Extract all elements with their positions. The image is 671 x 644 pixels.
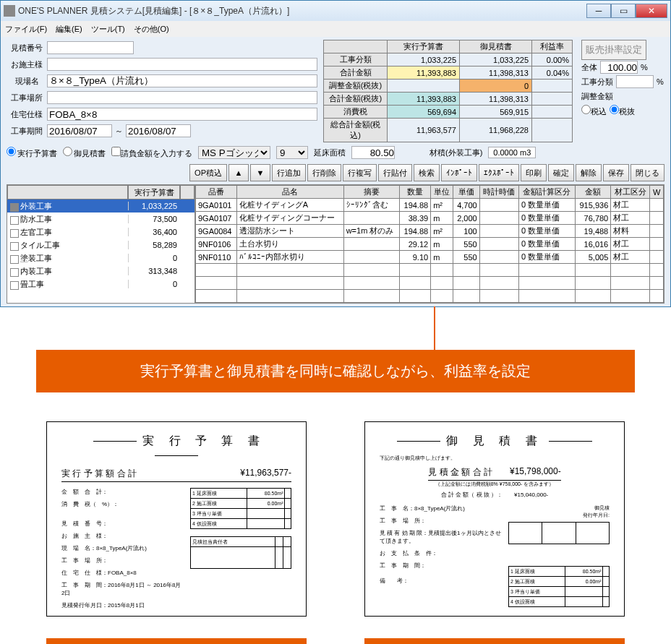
grid-cell[interactable]: 化粧サイディングコーナー xyxy=(236,212,343,225)
grid-cell[interactable]: 38.39 xyxy=(399,212,430,225)
grid-cell-empty[interactable] xyxy=(236,264,343,277)
grid-row[interactable]: 9GA0101化粧サイディングAｼｰﾘﾝｸﾞ含む194.88m²4,7000 数… xyxy=(196,199,664,212)
grid-cell[interactable] xyxy=(650,238,664,251)
grid-cell[interactable]: 0 数量単価 xyxy=(518,225,575,238)
input-period-to[interactable] xyxy=(126,124,191,137)
menu-file[interactable]: ファイル(F) xyxy=(5,24,47,35)
radio-exec-label[interactable]: 実行予算書 xyxy=(7,147,57,159)
grid-cell-empty[interactable] xyxy=(479,264,518,277)
grid-cell-empty[interactable] xyxy=(611,277,650,290)
grid-cell-empty[interactable] xyxy=(236,277,343,290)
grid-cell[interactable]: 550 xyxy=(453,251,480,264)
grid-cell[interactable]: 0 数量単価 xyxy=(518,199,575,212)
grid-row[interactable]: 9NF0110ﾊﾞﾙｺﾆｰ内部水切り9.10m5500 数量単価5,005材工 xyxy=(196,251,664,264)
grid-cell[interactable]: 材工 xyxy=(611,199,650,212)
grid-cell-empty[interactable] xyxy=(575,277,611,290)
grid-cell[interactable] xyxy=(479,238,518,251)
grid-cell[interactable]: m xyxy=(431,238,453,251)
grid-cell[interactable]: 76,780 xyxy=(575,212,611,225)
grid-cell[interactable]: ﾊﾞﾙｺﾆｰ内部水切り xyxy=(236,251,343,264)
grid-cell[interactable]: 100 xyxy=(453,225,480,238)
toolbar-btn-14[interactable]: 閉じる xyxy=(631,164,664,181)
radio-taxout-label[interactable]: 税抜 xyxy=(610,105,635,117)
grid-row[interactable]: 9GA0107化粧サイディングコーナー38.39m2,0000 数量単価76,7… xyxy=(196,212,664,225)
grid-cell[interactable] xyxy=(650,251,664,264)
toolbar-btn-9[interactable]: ｴｸｽﾎﾟｰﾄ xyxy=(479,164,519,181)
grid-cell[interactable] xyxy=(343,238,399,251)
grid-cell[interactable]: 0 数量単価 xyxy=(518,212,575,225)
minimize-button[interactable]: ─ xyxy=(586,4,611,18)
grid-cell[interactable]: 9NF0106 xyxy=(196,238,237,251)
radio-quote[interactable] xyxy=(63,147,72,156)
select-font[interactable]: MS Pゴシック xyxy=(198,146,270,159)
grid-cell[interactable]: 194.88 xyxy=(399,225,430,238)
chk-contract-label[interactable]: 請負金額を入力する xyxy=(111,147,192,159)
grid-cell[interactable] xyxy=(650,212,664,225)
grid-cell[interactable] xyxy=(479,225,518,238)
grid-cell[interactable]: 2,000 xyxy=(453,212,480,225)
grid-cell-empty[interactable] xyxy=(453,264,480,277)
grid-cell-empty[interactable] xyxy=(453,277,480,290)
input-period-from[interactable] xyxy=(47,124,112,137)
input-all-pct[interactable] xyxy=(600,61,638,74)
grid-cell[interactable]: 化粧サイディングA xyxy=(236,199,343,212)
grid-cell[interactable]: 材工 xyxy=(611,212,650,225)
grid-cell[interactable] xyxy=(479,212,518,225)
toolbar-btn-4[interactable]: 行削除 xyxy=(307,164,341,181)
grid-cell-empty[interactable] xyxy=(196,264,237,277)
grid-cell-empty[interactable] xyxy=(399,277,430,290)
grid-cell[interactable]: m xyxy=(431,251,453,264)
radio-quote-label[interactable]: 御見積書 xyxy=(63,147,106,159)
toolbar-btn-12[interactable]: 解除 xyxy=(576,164,602,181)
grid-cell-empty[interactable] xyxy=(650,264,664,277)
grid-cell[interactable]: 4,700 xyxy=(453,199,480,212)
toolbar-btn-0[interactable]: OP積込 xyxy=(189,164,227,181)
grid-cell-empty[interactable] xyxy=(196,277,237,290)
input-cat-pct[interactable] xyxy=(616,75,654,88)
grid-cell-empty[interactable] xyxy=(479,290,518,303)
menu-edit[interactable]: 編集(E) xyxy=(56,24,82,35)
grid-cell-empty[interactable] xyxy=(236,290,343,303)
menu-other[interactable]: その他(O) xyxy=(134,24,169,35)
toolbar-btn-5[interactable]: 行複写 xyxy=(343,164,377,181)
grid-cell-empty[interactable] xyxy=(343,277,399,290)
grid-row[interactable]: 9GA0084透湿防水シートw=1m 材のみ194.88m²1000 数量単価1… xyxy=(196,225,664,238)
grid-cell[interactable]: 0 数量単価 xyxy=(518,251,575,264)
input-floor[interactable] xyxy=(351,146,395,159)
close-button[interactable]: ✕ xyxy=(636,4,667,18)
radio-taxout[interactable] xyxy=(610,105,619,114)
chk-contract[interactable] xyxy=(111,147,121,156)
toolbar-btn-8[interactable]: ｲﾝﾎﾟｰﾄ xyxy=(441,164,477,181)
grid-cell-empty[interactable] xyxy=(399,264,430,277)
grid-cell[interactable]: 5,005 xyxy=(575,251,611,264)
grid-cell-empty[interactable] xyxy=(431,264,453,277)
tree-row[interactable]: タイル工事 58,289 xyxy=(7,239,195,252)
tree-row[interactable]: 塗装工事 0 xyxy=(7,252,195,265)
grid-cell[interactable]: ｼｰﾘﾝｸﾞ含む xyxy=(343,199,399,212)
grid-cell[interactable]: 9GA0107 xyxy=(196,212,237,225)
grid-cell[interactable]: 材料 xyxy=(611,225,650,238)
grid-cell-empty[interactable] xyxy=(650,277,664,290)
radio-taxin-label[interactable]: 税込 xyxy=(581,105,607,117)
grid-cell-empty[interactable] xyxy=(196,290,237,303)
grid-cell[interactable] xyxy=(343,212,399,225)
toolbar-btn-1[interactable]: ▲ xyxy=(228,164,249,181)
toolbar-btn-3[interactable]: 行追加 xyxy=(272,164,306,181)
select-size[interactable]: 9 xyxy=(276,146,308,159)
grid-cell[interactable]: 9GA0084 xyxy=(196,225,237,238)
toolbar-btn-11[interactable]: 確定 xyxy=(548,164,574,181)
grid-cell[interactable]: w=1m 材のみ xyxy=(343,225,399,238)
input-client[interactable] xyxy=(47,58,317,71)
grid-cell[interactable]: 9NF0110 xyxy=(196,251,237,264)
sales-alloc-button[interactable]: 販売掛率設定 xyxy=(581,40,646,60)
tree-row[interactable]: 防水工事 73,500 xyxy=(7,212,195,226)
menu-tool[interactable]: ツール(T) xyxy=(91,24,125,35)
grid-cell[interactable]: 透湿防水シート xyxy=(236,225,343,238)
grid-cell-empty[interactable] xyxy=(453,290,480,303)
grid-cell-empty[interactable] xyxy=(518,277,575,290)
grid-cell[interactable]: 16,016 xyxy=(575,238,611,251)
tree-row[interactable]: 内装工事 313,348 xyxy=(7,265,195,278)
toolbar-btn-10[interactable]: 印刷 xyxy=(521,164,547,181)
grid-cell[interactable] xyxy=(650,225,664,238)
grid-cell[interactable]: 9GA0101 xyxy=(196,199,237,212)
